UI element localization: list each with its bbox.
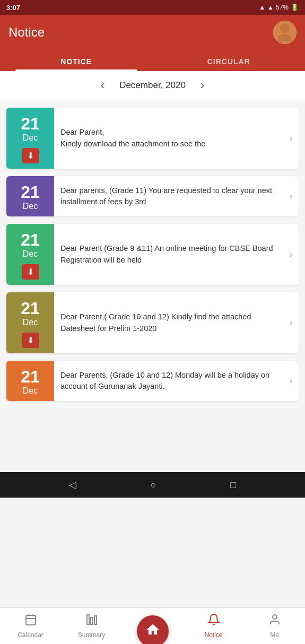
notice-arrow-3: › <box>290 250 292 259</box>
avatar[interactable] <box>273 21 297 44</box>
notice-date-5: 21 Dec <box>6 361 54 401</box>
download-icon-1: ⬇ <box>27 151 34 161</box>
nav-item-notice[interactable]: Notice <box>183 613 244 639</box>
notice-content-1: Dear Parent,Kindly download the attachme… <box>54 108 299 169</box>
header: Notice <box>0 15 305 50</box>
notice-arrow-4: › <box>290 318 292 328</box>
svg-rect-0 <box>26 615 36 625</box>
notice-icon <box>207 613 220 629</box>
download-icon-3: ⬇ <box>27 267 34 277</box>
me-icon <box>268 613 281 629</box>
download-button-1[interactable]: ⬇ <box>22 148 39 163</box>
status-icons: ▲ ▲ 57% 🔋 <box>259 4 299 11</box>
nav-item-summary[interactable]: Summary <box>61 613 122 639</box>
notice-arrow-5: › <box>290 376 292 386</box>
svg-rect-4 <box>87 615 89 624</box>
tab-circular[interactable]: CIRCULAR <box>153 50 306 71</box>
android-nav-bar: ◁ ○ □ <box>0 472 305 498</box>
notice-content-3: Dear Parent (Grade 9 &11) An online meet… <box>54 224 299 285</box>
battery-text: 57% <box>276 4 289 11</box>
notice-date-3: 21 Dec ⬇ <box>6 224 54 285</box>
wifi-icon: ▲ <box>259 4 265 11</box>
signal-icon: ▲ <box>267 4 274 11</box>
notice-card-2[interactable]: 21 Dec Dear parents, (Grade 11) You are … <box>6 176 299 216</box>
notice-card-1[interactable]: 21 Dec ⬇ Dear Parent,Kindly download the… <box>6 108 299 169</box>
download-button-4[interactable]: ⬇ <box>22 333 39 348</box>
download-icon-4: ⬇ <box>27 335 34 345</box>
battery-icon: 🔋 <box>291 4 299 11</box>
download-button-3[interactable]: ⬇ <box>22 264 39 280</box>
notice-text-1: Dear Parent,Kindly download the attachme… <box>60 127 285 149</box>
android-recents-button[interactable]: □ <box>230 480 236 491</box>
android-home-button[interactable]: ○ <box>151 480 156 491</box>
notice-text-5: Dear Parents, (Grade 10 and 12) Monday w… <box>60 370 285 392</box>
notice-card-3[interactable]: 21 Dec ⬇ Dear Parent (Grade 9 &11) An on… <box>6 224 299 285</box>
next-month-button[interactable]: › <box>196 79 208 92</box>
nav-label-me: Me <box>270 631 279 639</box>
notice-card-5[interactable]: 21 Dec Dear Parents, (Grade 10 and 12) M… <box>6 361 299 401</box>
svg-rect-5 <box>91 617 93 624</box>
status-time: 3:07 <box>6 4 20 12</box>
page-title: Notice <box>8 25 45 40</box>
notice-card-4[interactable]: 21 Dec ⬇ Dear Parent,( Grade 10 and 12) … <box>6 292 299 353</box>
notice-text-4: Dear Parent,( Grade 10 and 12) Kindly fi… <box>60 311 285 334</box>
home-icon <box>145 622 160 641</box>
bottom-nav: Calendar Summary <box>0 607 305 644</box>
notice-list: 21 Dec ⬇ Dear Parent,Kindly download the… <box>0 100 305 408</box>
prev-month-button[interactable]: ‹ <box>97 79 109 92</box>
month-label: December, 2020 <box>119 80 186 91</box>
nav-item-me[interactable]: Me <box>244 613 305 639</box>
notice-date-4: 21 Dec ⬇ <box>6 292 54 353</box>
notice-arrow-1: › <box>290 134 292 143</box>
nav-home-button[interactable] <box>137 615 169 644</box>
tab-bar: NOTICE CIRCULAR <box>0 50 305 71</box>
notice-content-4: Dear Parent,( Grade 10 and 12) Kindly fi… <box>54 292 299 353</box>
notice-content-5: Dear Parents, (Grade 10 and 12) Monday w… <box>54 361 299 401</box>
notice-content-2: Dear parents, (Grade 11) You are request… <box>54 176 299 216</box>
notice-text-3: Dear Parent (Grade 9 &11) An online meet… <box>60 243 285 265</box>
svg-point-7 <box>273 615 277 619</box>
nav-item-calendar[interactable]: Calendar <box>0 613 61 639</box>
calendar-icon <box>24 613 37 629</box>
nav-label-summary: Summary <box>78 631 105 639</box>
tab-notice[interactable]: NOTICE <box>0 50 153 71</box>
notice-date-1: 21 Dec ⬇ <box>6 108 54 169</box>
summary-icon <box>85 613 98 629</box>
notice-date-2: 21 Dec <box>6 176 54 216</box>
android-back-button[interactable]: ◁ <box>69 479 76 491</box>
status-bar: 3:07 ▲ ▲ 57% 🔋 <box>0 0 305 15</box>
month-nav: ‹ December, 2020 › <box>0 71 305 100</box>
notice-arrow-2: › <box>290 192 292 201</box>
notice-text-2: Dear parents, (Grade 11) You are request… <box>60 185 285 207</box>
nav-items: Calendar Summary <box>0 608 305 644</box>
nav-label-calendar: Calendar <box>18 631 43 639</box>
nav-label-notice: Notice <box>204 631 222 639</box>
svg-rect-6 <box>94 616 97 624</box>
